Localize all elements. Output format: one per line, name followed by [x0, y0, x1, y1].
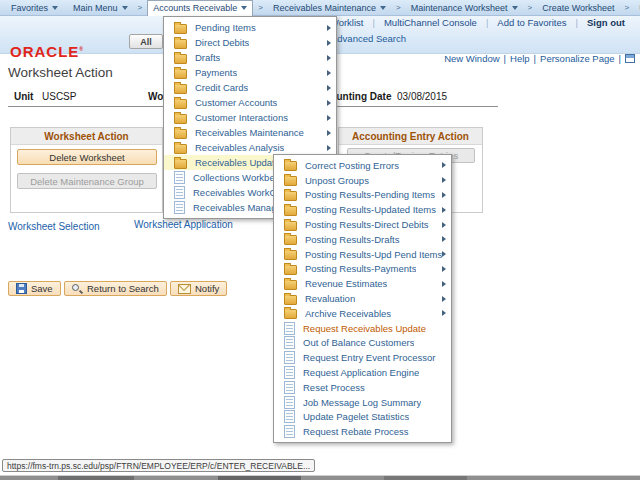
page-icon — [174, 171, 185, 184]
submenu-arrow-icon — [327, 145, 331, 151]
menu-item-label: Out of Balance Customers — [303, 337, 414, 348]
folder-icon — [284, 191, 297, 201]
menu-item-customer-accounts[interactable]: Customer Accounts — [164, 95, 336, 110]
menu-item-request-entry-event-processor[interactable]: Request Entry Event Processor — [274, 350, 451, 365]
breadcrumb-label: Favorites — [11, 3, 48, 13]
menu-item-label: Posting Results-Updated Items — [305, 204, 436, 215]
worksheet-selection-link[interactable]: Worksheet Selection — [8, 221, 100, 232]
menu-item-reset-process[interactable]: Reset Process — [274, 380, 451, 395]
menu-item-request-receivables-update[interactable]: Request Receivables Update — [274, 321, 451, 336]
help-link[interactable]: Help — [510, 53, 530, 64]
breadcrumb-create-worksheet[interactable]: Create Worksheet — [537, 0, 619, 16]
breadcrumb-separator: > — [528, 3, 533, 12]
breadcrumb-label: Maintenance Worksheet — [411, 3, 508, 13]
menu-item-label: Posting Results-Drafts — [305, 234, 400, 245]
menu-item-drafts[interactable]: Drafts — [164, 50, 336, 65]
menu-item-label: Receivables Update — [195, 157, 280, 168]
menu-item-posting-results-drafts[interactable]: Posting Results-Drafts — [274, 232, 451, 247]
page-bar: New Window | Help | Personalize Page | — [444, 53, 635, 64]
menu-item-request-application-engine[interactable]: Request Application Engine — [274, 365, 451, 380]
menu-item-label: Reset Process — [303, 382, 365, 393]
submenu-arrow-icon — [442, 236, 446, 242]
menu-item-pending-items[interactable]: Pending Items — [164, 20, 336, 35]
submenu-arrow-icon — [442, 281, 446, 287]
breadcrumb-separator: > — [258, 3, 263, 12]
menu-item-revenue-estimates[interactable]: Revenue Estimates — [274, 276, 451, 291]
personalize-page-link[interactable]: Personalize Page — [540, 53, 614, 64]
menu-item-revaluation[interactable]: Revaluation — [274, 291, 451, 306]
page-icon — [284, 410, 295, 423]
breadcrumb-receivables-maintenance[interactable]: Receivables Maintenance — [268, 0, 391, 16]
menu-item-direct-debits[interactable]: Direct Debits — [164, 35, 336, 50]
notify-button-label: Notify — [195, 283, 219, 294]
breadcrumb-main-menu[interactable]: Main Menu — [68, 0, 133, 16]
personalize-layout-icon[interactable] — [625, 54, 635, 63]
breadcrumb-maintenance-worksheet[interactable]: Maintenance Worksheet — [406, 0, 523, 16]
menu-item-posting-results-updated-items[interactable]: Posting Results-Updated Items — [274, 202, 451, 217]
folder-icon — [174, 99, 187, 109]
breadcrumb-favorites[interactable]: Favorites — [6, 0, 63, 16]
page-title: Worksheet Action — [8, 65, 113, 80]
breadcrumb: Favorites Main Menu > Accounts Receivabl… — [0, 0, 640, 16]
submenu-arrow-icon — [442, 296, 446, 302]
menu-item-posting-results-payments[interactable]: Posting Results-Payments — [274, 262, 451, 277]
save-button[interactable]: Save — [8, 281, 61, 296]
page-icon — [174, 201, 185, 214]
breadcrumb-label: Main Menu — [73, 3, 118, 13]
folder-icon — [174, 39, 187, 49]
advanced-search-link[interactable]: Advanced Search — [331, 33, 406, 44]
submenu-arrow-icon — [327, 85, 331, 91]
menu-item-label: Direct Debits — [195, 37, 249, 48]
menu-item-label: Receivables Maintenance — [195, 127, 304, 138]
menu-item-archive-receivables[interactable]: Archive Receivables — [274, 306, 451, 321]
delete-maintenance-group-button: Delete Maintenance Group — [17, 173, 157, 189]
taskbar-strip — [0, 475, 640, 480]
menu-item-label: Revaluation — [305, 293, 355, 304]
menu-item-label: Drafts — [195, 52, 220, 63]
menu-item-posting-results-pending-items[interactable]: Posting Results-Pending Items — [274, 188, 451, 203]
submenu-arrow-icon — [442, 266, 446, 272]
menu-item-receivables-maintenance[interactable]: Receivables Maintenance — [164, 125, 336, 140]
registered-mark: ® — [79, 46, 83, 52]
menu-item-label: Revenue Estimates — [305, 278, 387, 289]
sign-out-link[interactable]: Sign out — [578, 17, 634, 28]
page-icon — [284, 396, 295, 409]
return-to-search-button[interactable]: Return to Search — [64, 281, 167, 296]
menu-item-out-of-balance-customers[interactable]: Out of Balance Customers — [274, 336, 451, 351]
menu-item-receivables-analysis[interactable]: Receivables Analysis — [164, 140, 336, 155]
peoplesoft-window: Favorites Main Menu > Accounts Receivabl… — [0, 0, 640, 480]
add-to-favorites-link[interactable]: Add to Favorites — [488, 17, 575, 28]
breadcrumb-accounts-receivable[interactable]: Accounts Receivable — [147, 0, 253, 16]
menu-item-request-rebate-process[interactable]: Request Rebate Process — [274, 424, 451, 439]
pagebar-separator: | — [534, 53, 536, 64]
menu-item-posting-results-upd-pend-items[interactable]: Posting Results-Upd Pend Items — [274, 247, 451, 262]
notify-button[interactable]: Notify — [170, 281, 227, 296]
menu-item-job-message-log-summary[interactable]: Job Message Log Summary — [274, 395, 451, 410]
menu-item-correct-posting-errors[interactable]: Correct Posting Errors — [274, 158, 451, 173]
multichannel-console-link[interactable]: MultiChannel Console — [375, 17, 486, 28]
menu-item-posting-results-direct-debits[interactable]: Posting Results-Direct Debits — [274, 217, 451, 232]
submenu-arrow-icon — [442, 251, 446, 257]
delete-worksheet-button[interactable]: Delete Worksheet — [17, 149, 157, 165]
breadcrumb-update-worksheet[interactable]: Update Worksheet — [634, 0, 640, 16]
envelope-icon — [178, 284, 191, 294]
new-window-link[interactable]: New Window — [444, 53, 499, 64]
submenu-arrow-icon — [442, 192, 446, 198]
status-url-tooltip: https://fms-trn.ps.sc.edu/psp/FTRN/EMPLO… — [2, 459, 315, 472]
save-button-label: Save — [31, 283, 53, 294]
chevron-down-icon — [512, 6, 518, 10]
folder-icon — [174, 144, 187, 154]
menu-item-label: Credit Cards — [195, 82, 248, 93]
menu-item-label: Customer Accounts — [195, 97, 277, 108]
oracle-logo: ORACLE® — [10, 43, 83, 60]
menu-item-customer-interactions[interactable]: Customer Interactions — [164, 110, 336, 125]
menu-item-unpost-groups[interactable]: Unpost Groups — [274, 173, 451, 188]
search-scope-button[interactable]: All — [129, 34, 163, 49]
menu-item-credit-cards[interactable]: Credit Cards — [164, 80, 336, 95]
menu-item-update-pagelet-statistics[interactable]: Update Pagelet Statistics — [274, 410, 451, 425]
menu-item-payments[interactable]: Payments — [164, 65, 336, 80]
folder-icon — [284, 309, 297, 319]
pagebar-separator: | — [619, 53, 621, 64]
folder-icon — [284, 221, 297, 231]
worksheet-application-link[interactable]: Worksheet Application — [134, 219, 233, 230]
